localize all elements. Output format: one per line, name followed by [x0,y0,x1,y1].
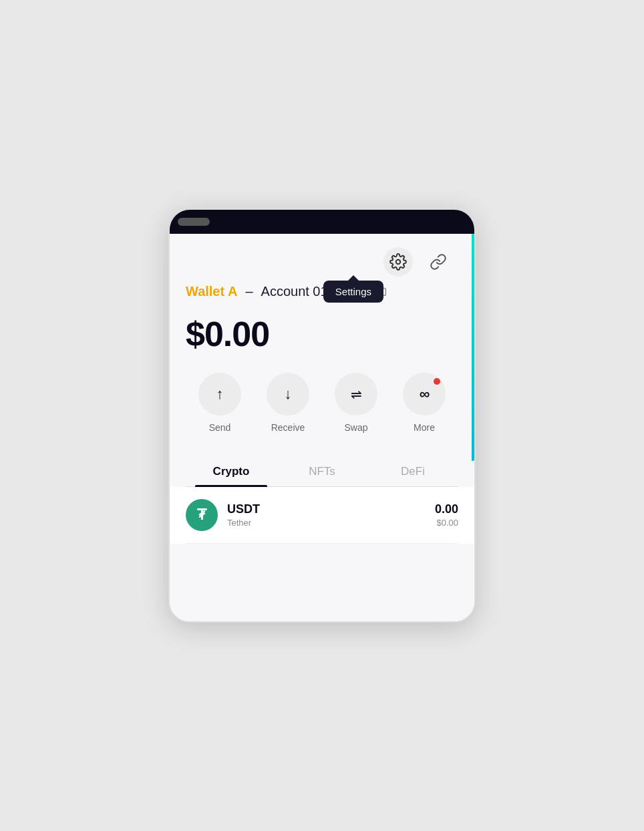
wallet-separator: – [245,284,253,299]
asset-usd-usdt: $0.00 [435,518,458,528]
chain-button[interactable] [424,247,453,277]
title-bar-pill [178,218,210,226]
tab-crypto[interactable]: Crypto [186,457,277,486]
asset-amount-usdt: 0.00 [435,502,458,516]
wallet-header: Wallet A – Account 01 ▼ [186,282,458,301]
phone-frame: Settings Wallet A – Account 01 ▼ [168,208,476,623]
settings-tooltip: Settings [323,281,383,303]
tab-defi[interactable]: DeFi [367,457,458,486]
swap-circle: ⇌ [335,373,377,416]
asset-name-usdt: USDT [227,502,426,516]
send-icon: ↑ [216,385,224,403]
teal-accent [472,234,474,461]
receive-action[interactable]: ↓ Receive [267,373,309,433]
tab-nfts[interactable]: NFTs [277,457,367,486]
tab-nfts-label: NFTs [309,465,335,478]
content-area: Settings Wallet A – Account 01 ▼ [170,234,474,621]
tab-crypto-label: Crypto [213,465,250,478]
more-notification-dot [434,378,440,385]
svg-point-0 [396,260,401,265]
wallet-name: Wallet A [186,284,237,299]
tabs-bar: Crypto NFTs DeFi [186,457,458,487]
asset-logo-text-usdt: ₮ [197,506,206,524]
wallet-account: Account 01 [261,284,328,299]
send-label: Send [209,422,231,433]
receive-circle: ↓ [267,373,309,416]
gear-icon [389,253,407,271]
swap-icon: ⇌ [351,386,362,402]
top-icons-row: Settings [186,247,458,277]
title-bar [170,210,474,234]
tab-defi-label: DeFi [401,465,425,478]
swap-action[interactable]: ⇌ Swap [335,373,377,433]
receive-icon: ↓ [285,385,292,403]
asset-sub-usdt: Tether [227,518,426,528]
asset-logo-usdt: ₮ [186,499,218,531]
swap-label: Swap [344,422,367,433]
send-action[interactable]: ↑ Send [198,373,241,433]
more-action[interactable]: ∞ More [403,373,446,433]
send-circle: ↑ [198,373,241,416]
receive-label: Receive [271,422,305,433]
settings-button[interactable]: Settings [383,247,413,277]
asset-row-usdt[interactable]: ₮ USDT Tether 0.00 $0.00 [186,487,458,544]
asset-info-usdt: USDT Tether [227,502,426,528]
more-icon: ∞ [420,385,430,403]
asset-values-usdt: 0.00 $0.00 [435,502,458,528]
balance-display: $0.00 [186,314,458,354]
more-label: More [414,422,435,433]
asset-list: ₮ USDT Tether 0.00 $0.00 [170,487,474,544]
tooltip-label: Settings [335,286,371,297]
more-circle: ∞ [403,373,446,416]
action-buttons: ↑ Send ↓ Receive ⇌ Swap ∞ [186,373,458,433]
chain-icon [430,253,447,271]
